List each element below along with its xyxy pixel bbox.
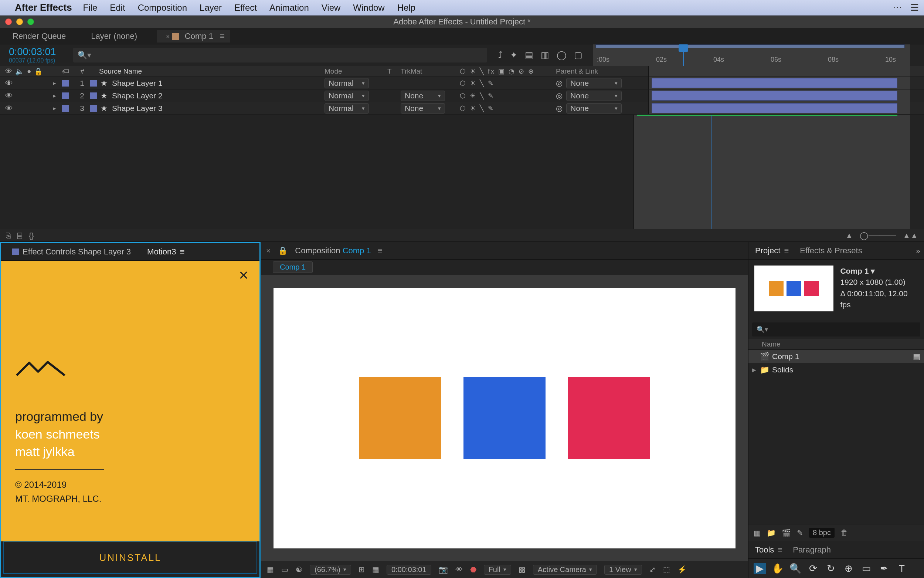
close-icon[interactable]: × (239, 266, 248, 284)
project-item-comp[interactable]: 🎬 Comp 1 ▤ (748, 350, 924, 363)
project-item-name[interactable]: Comp 1 ▾ (840, 266, 918, 277)
mode-dropdown[interactable]: Normal▾ (325, 78, 369, 88)
rotate-tool-icon[interactable]: ↻ (825, 563, 837, 574)
tab-layer[interactable]: Layer (none) (86, 30, 142, 42)
resolution-dropdown[interactable]: Full▾ (484, 565, 511, 575)
tab-effect-controls[interactable]: Effect Controls Shape Layer 3 (8, 246, 135, 257)
pickwhip-icon[interactable]: ◎ (556, 79, 563, 87)
mode-dropdown[interactable]: Normal▾ (325, 91, 369, 101)
comp-flowchart-icon[interactable]: ⤴ (498, 50, 503, 60)
layer-row[interactable]: 👁 ▸ 1 ★Shape Layer 1 Normal▾ ⬡ ☀ ╲ ✎ ◎No… (0, 77, 924, 89)
trkmat-dropdown[interactable]: None▾ (401, 103, 445, 114)
layer-switches[interactable]: ⬡ ☀ ╲ ✎ (457, 104, 553, 112)
shy-icon[interactable]: ▤ (525, 50, 533, 60)
tab-motion3[interactable]: Motion3≡ (142, 246, 189, 257)
viewport[interactable] (261, 275, 748, 561)
project-search[interactable]: 🔍▾ (752, 323, 920, 336)
type-tool-icon[interactable]: T (895, 563, 908, 574)
pen-tool-icon[interactable]: ✒ (878, 563, 890, 574)
layer-row[interactable]: 👁 ▸ 2 ★Shape Layer 2 Normal▾ None▾ ⬡ ☀ ╲… (0, 89, 924, 102)
menu-help[interactable]: Help (397, 3, 416, 13)
menu-window[interactable]: Window (353, 3, 384, 13)
alpha-icon[interactable]: ▦ (267, 565, 274, 574)
app-name[interactable]: After Effects (15, 2, 72, 13)
menu-composition[interactable]: Composition (138, 3, 187, 13)
draft3d-icon[interactable]: ✦ (510, 50, 518, 60)
chevron-right-icon[interactable]: ▸ (53, 105, 56, 112)
playhead[interactable] (683, 44, 684, 66)
orbit-tool-icon[interactable]: ⟳ (807, 563, 819, 574)
snapshot-icon[interactable]: 📷 (439, 565, 448, 574)
layer-track[interactable] (648, 102, 910, 114)
chevron-right-icon[interactable]: ▸ (752, 365, 759, 374)
new-folder-icon[interactable]: 📁 (767, 528, 776, 537)
time-display[interactable]: 0:00:03:01 (387, 565, 431, 575)
current-timecode[interactable]: 0:00:03:01 00037 (12.00 fps) (0, 47, 73, 63)
layer-duration-bar[interactable] (652, 91, 897, 101)
hand-tool-icon[interactable]: ✋ (771, 563, 784, 574)
layer-track[interactable] (648, 89, 910, 102)
share-view-icon[interactable]: ⤢ (649, 565, 656, 574)
anchor-tool-icon[interactable]: ⊕ (842, 563, 855, 574)
shape-tool-icon[interactable]: ▭ (860, 563, 873, 574)
eye-icon[interactable]: 👁 (5, 104, 13, 113)
layer-name[interactable]: ★Shape Layer 3 (96, 104, 322, 113)
breadcrumb-item[interactable]: Comp 1 (273, 261, 313, 273)
uninstall-button[interactable]: UNINSTALL (3, 541, 257, 574)
lock-icon[interactable]: 🔒 (278, 246, 288, 255)
brace-icon[interactable]: {} (29, 231, 34, 240)
layer-name[interactable]: ★Shape Layer 1 (96, 79, 322, 88)
new-comp-icon[interactable]: 🎬 (782, 528, 791, 537)
trash-icon[interactable]: 🗑 (840, 528, 848, 537)
toggle-modes-icon[interactable]: ⌸ (17, 231, 22, 240)
panel-menu-icon[interactable]: ≡ (180, 247, 184, 257)
show-snapshot-icon[interactable]: 👁 (455, 565, 463, 574)
parent-dropdown[interactable]: None▾ (566, 103, 622, 114)
graph-editor-icon[interactable]: ▢ (574, 50, 583, 60)
layer-duration-bar[interactable] (652, 78, 897, 88)
menu-layer[interactable]: Layer (200, 3, 222, 13)
adjustment-icon[interactable]: ✎ (797, 528, 803, 537)
flowchart-icon[interactable]: ▤ (913, 352, 920, 361)
menu-file[interactable]: File (83, 3, 97, 13)
panel-menu-icon[interactable]: ≡ (378, 246, 382, 255)
zoom-dropdown[interactable]: (66.7%)▾ (310, 565, 351, 575)
zoom-in-icon[interactable]: ▲▲ (903, 231, 918, 240)
color-mgmt-icon[interactable]: ⬣ (470, 565, 476, 574)
tab-render-queue[interactable]: Render Queue (7, 30, 71, 42)
layer-row[interactable]: 👁 ▸ 3 ★Shape Layer 3 Normal▾ None▾ ⬡ ☀ ╲… (0, 102, 924, 115)
fast-preview-icon[interactable]: ⚡ (678, 565, 687, 574)
layer-color-swatch[interactable] (62, 80, 69, 86)
menubar-overflow-icon[interactable]: ⋯ (893, 2, 902, 13)
layer-color-swatch[interactable] (62, 93, 69, 99)
window-zoom-button[interactable] (28, 18, 34, 25)
motion-blur-icon[interactable]: ◯ (557, 50, 566, 60)
layer-name[interactable]: ★Shape Layer 2 (96, 91, 322, 100)
tab-composition[interactable]: Composition Comp 1 ≡ (295, 246, 382, 255)
playhead-line[interactable] (711, 115, 712, 229)
tab-project[interactable]: Project≡ (755, 246, 789, 255)
layer-switches[interactable]: ⬡ ☀ ╲ ✎ (457, 92, 553, 100)
tab-tools[interactable]: Tools≡ (755, 545, 782, 555)
tab-effects-presets[interactable]: Effects & Presets (800, 246, 862, 255)
views-dropdown[interactable]: 1 View▾ (604, 565, 642, 575)
layer-switches[interactable]: ⬡ ☀ ╲ ✎ (457, 79, 553, 87)
menu-edit[interactable]: Edit (110, 3, 125, 13)
interpret-icon[interactable]: ▦ (754, 528, 761, 537)
frame-blend-icon[interactable]: ▥ (541, 50, 549, 60)
window-minimize-button[interactable] (16, 18, 23, 25)
layer-color-swatch[interactable] (62, 105, 69, 112)
project-item-solids[interactable]: ▸ 📁 Solids (748, 363, 924, 377)
parent-dropdown[interactable]: None▾ (566, 78, 622, 88)
bpc-badge[interactable]: 8 bpc (809, 528, 835, 538)
menu-view[interactable]: View (322, 3, 341, 13)
tab-comp[interactable]: × Comp 1 ≡ (157, 30, 230, 42)
camera-dropdown[interactable]: Active Camera▾ (533, 565, 597, 575)
parent-dropdown[interactable]: None▾ (566, 91, 622, 101)
safe-zones-icon[interactable]: ⊞ (359, 565, 365, 574)
zoom-tool-icon[interactable]: 🔍 (789, 563, 802, 574)
menu-animation[interactable]: Animation (269, 3, 309, 13)
tab-close-icon[interactable]: × (266, 246, 270, 255)
selection-tool-icon[interactable]: ▶ (754, 563, 766, 574)
trkmat-dropdown[interactable]: None▾ (401, 91, 445, 101)
